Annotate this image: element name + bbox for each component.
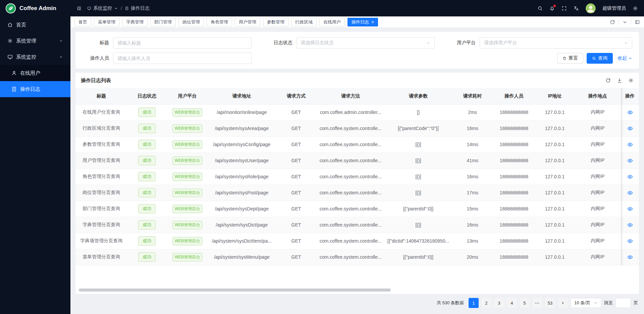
cell-status: 成功 <box>127 120 167 136</box>
platform-badge: WEB管理后台 <box>172 108 202 117</box>
layout-panel-icon[interactable] <box>635 19 640 25</box>
table-row: 用户管理分页查询成功WEB管理后台/api/system/sysUser/pag… <box>75 152 639 169</box>
view-detail-eye-icon[interactable] <box>627 238 633 244</box>
page-button-3[interactable]: 3 <box>494 298 504 308</box>
cell-params: [{"parentId":0}] <box>384 201 452 217</box>
tab-角色管理[interactable]: 角色管理 <box>207 18 232 26</box>
cell-params: [{}] <box>384 136 452 152</box>
cell-url: /api/system/sysMenu/page <box>208 249 275 265</box>
menu-fold-icon[interactable] <box>76 6 82 11</box>
jump-page-input[interactable] <box>615 298 631 308</box>
tab-首页[interactable]: 首页 <box>74 18 91 26</box>
reset-button[interactable]: 重置 <box>557 53 583 64</box>
sidebar-item-system-mgmt[interactable]: 系统管理 <box>0 33 70 49</box>
tab-菜单管理[interactable]: 菜单管理 <box>94 18 119 26</box>
view-detail-eye-icon[interactable] <box>627 206 633 212</box>
tab-字典管理[interactable]: 字典管理 <box>122 18 148 26</box>
page-button-4[interactable]: 4 <box>507 298 517 308</box>
tab-操作日志[interactable]: 操作日志× <box>347 18 378 26</box>
sidebar-item-home[interactable]: 首页 <box>0 17 70 33</box>
view-detail-eye-icon[interactable] <box>627 110 633 115</box>
view-detail-eye-icon[interactable] <box>627 158 633 164</box>
cell-location: 内网IP <box>574 104 621 120</box>
sidebar-item-label: 系统管理 <box>16 38 36 44</box>
view-detail-eye-icon[interactable] <box>627 126 633 131</box>
cell-actions <box>621 104 639 120</box>
status-badge: 成功 <box>138 204 156 213</box>
export-icon[interactable] <box>617 78 622 83</box>
gear-icon <box>7 38 13 44</box>
operator-input[interactable] <box>113 53 252 64</box>
view-detail-eye-icon[interactable] <box>627 254 633 260</box>
sidebar-item-online-users[interactable]: 在线用户 <box>0 65 70 81</box>
chevron-up-icon <box>59 55 63 59</box>
notification-bell[interactable] <box>549 6 555 11</box>
translate-icon[interactable] <box>574 6 579 11</box>
page-button-1[interactable]: 1 <box>469 298 479 308</box>
platform-select[interactable]: 请选择用户平台 <box>480 37 632 49</box>
sidebar-item-system-monitor[interactable]: 系统监控 <box>0 49 70 65</box>
cell-duration: 20ms <box>452 249 493 265</box>
cell-status: 成功 <box>127 233 167 249</box>
cell-operator: 18888888888 <box>493 120 535 136</box>
log-table-header-row: 标题日志状态用户平台请求地址请求方式请求方法请求参数请求耗时操作人员IP地址操作… <box>75 88 639 104</box>
cell-actions <box>621 120 639 136</box>
chevron-down-icon[interactable] <box>622 19 628 25</box>
cell-title: 在线用户分页查询 <box>75 104 127 120</box>
cell-location: 内网IP <box>574 217 621 233</box>
avatar[interactable] <box>586 3 596 13</box>
page-button-53[interactable]: 53 <box>545 298 555 308</box>
app-logo[interactable]: Coffee Admin <box>0 0 70 17</box>
breadcrumb-parent[interactable]: 系统监控 <box>87 5 118 11</box>
refresh-icon[interactable] <box>605 78 611 83</box>
query-button[interactable]: 查询 <box>587 53 613 64</box>
tab-close-icon[interactable]: × <box>371 20 374 24</box>
status-badge: 成功 <box>138 252 156 262</box>
main-area: 系统监控 / 操作日志 超级管理员 首页菜单管理字典管理部 <box>70 0 644 314</box>
platform-badge: WEB管理后台 <box>172 221 202 229</box>
cell-duration: 13ms <box>452 233 493 249</box>
page-size-select[interactable]: 10 条/页 <box>571 298 601 308</box>
cell-duration: 16ms <box>452 120 493 136</box>
view-detail-eye-icon[interactable] <box>627 222 633 228</box>
page-button-5[interactable]: 5 <box>520 298 530 308</box>
cell-url: /api/system/sysRole/page <box>208 169 275 185</box>
collapse-link[interactable]: 收起 <box>618 55 632 61</box>
cell-actions <box>621 249 639 265</box>
status-select[interactable]: 请选择日志状态 <box>297 37 435 49</box>
monitor-icon <box>87 6 91 10</box>
username[interactable]: 超级管理员 <box>602 5 626 11</box>
tab-用户管理[interactable]: 用户管理 <box>235 18 260 26</box>
scrollbar-thumb[interactable] <box>79 289 391 292</box>
view-detail-eye-icon[interactable] <box>627 142 633 147</box>
monitor-icon <box>7 54 13 60</box>
tab-行政区域[interactable]: 行政区域 <box>291 18 317 26</box>
cell-duration: 16ms <box>452 217 493 233</box>
cell-url: /api/system/sysConfig/page <box>208 136 275 152</box>
tab-岗位管理[interactable]: 岗位管理 <box>178 18 204 26</box>
cell-method: GET <box>275 104 317 120</box>
cell-title: 角色管理分页查询 <box>75 169 127 185</box>
search-icon[interactable] <box>537 6 543 11</box>
cell-operator: 18888888888 <box>493 136 535 152</box>
tab-部门管理[interactable]: 部门管理 <box>150 18 176 26</box>
column-header: 请求耗时 <box>452 88 493 104</box>
fullscreen-icon[interactable] <box>561 6 567 11</box>
sidebar-item-op-logs[interactable]: 操作日志 <box>0 81 70 97</box>
column-settings-gear-icon[interactable] <box>628 78 634 83</box>
view-detail-eye-icon[interactable] <box>627 174 633 180</box>
cell-duration: 16ms <box>452 169 493 185</box>
cell-operator: 18888888888 <box>493 104 535 120</box>
cell-duration: 41ms <box>452 152 493 169</box>
title-input[interactable] <box>113 37 252 49</box>
column-header: 请求地址 <box>208 88 275 104</box>
tab-在线用户[interactable]: 在线用户 <box>319 18 345 26</box>
refresh-icon[interactable] <box>610 19 615 25</box>
page-button-2[interactable]: 2 <box>481 298 491 308</box>
settings-gear-icon[interactable] <box>633 6 638 11</box>
view-detail-eye-icon[interactable] <box>627 190 633 196</box>
horizontal-scrollbar[interactable] <box>79 289 636 292</box>
next-page-button[interactable] <box>558 298 568 308</box>
page-ellipsis[interactable]: ••• <box>532 298 542 308</box>
tab-参数管理[interactable]: 参数管理 <box>263 18 288 26</box>
